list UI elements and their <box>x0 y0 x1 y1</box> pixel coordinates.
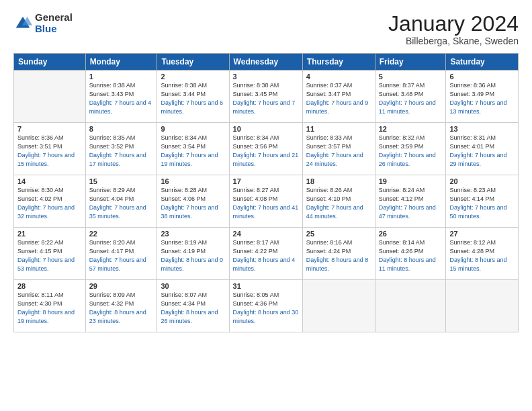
day-number: 22 <box>89 230 154 238</box>
calendar-cell <box>14 71 86 123</box>
day-number: 26 <box>379 230 443 238</box>
calendar-cell: 5Sunrise: 8:37 AMSunset: 3:48 PMDaylight… <box>375 71 446 123</box>
sunrise-text: Sunrise: 8:36 AM <box>449 82 496 89</box>
sunrise-text: Sunrise: 8:32 AM <box>379 134 425 141</box>
day-number: 14 <box>17 177 82 185</box>
daylight-text: Daylight: 7 hours and 57 minutes. <box>89 257 146 272</box>
day-info: Sunrise: 8:26 AMSunset: 4:10 PMDaylight:… <box>306 186 371 221</box>
sunrise-text: Sunrise: 8:38 AM <box>233 82 279 89</box>
calendar-table: SundayMondayTuesdayWednesdayThursdayFrid… <box>13 53 519 332</box>
calendar-cell: 27Sunrise: 8:12 AMSunset: 4:28 PMDayligh… <box>446 228 519 280</box>
sunrise-text: Sunrise: 8:19 AM <box>161 239 207 246</box>
day-number: 10 <box>233 125 299 133</box>
daylight-text: Daylight: 7 hours and 9 minutes. <box>306 99 369 115</box>
sunset-text: Sunset: 4:26 PM <box>379 248 424 255</box>
sunrise-text: Sunrise: 8:14 AM <box>379 239 425 246</box>
daylight-text: Daylight: 8 hours and 0 minutes. <box>161 257 223 272</box>
location: Billeberga, Skane, Sweden <box>388 36 519 46</box>
day-info: Sunrise: 8:07 AMSunset: 4:34 PMDaylight:… <box>161 291 225 326</box>
day-number: 16 <box>161 177 225 185</box>
weekday-header-monday: Monday <box>85 54 157 71</box>
sunrise-text: Sunrise: 8:20 AM <box>89 239 136 246</box>
daylight-text: Daylight: 7 hours and 17 minutes. <box>89 152 146 167</box>
calendar-cell: 14Sunrise: 8:30 AMSunset: 4:02 PMDayligh… <box>14 175 86 228</box>
calendar-cell: 8Sunrise: 8:35 AMSunset: 3:52 PMDaylight… <box>85 123 157 175</box>
sunset-text: Sunset: 4:08 PM <box>233 195 278 202</box>
daylight-text: Daylight: 7 hours and 21 minutes. <box>233 152 299 167</box>
sunset-text: Sunset: 4:17 PM <box>89 248 134 255</box>
day-info: Sunrise: 8:19 AMSunset: 4:19 PMDaylight:… <box>161 238 225 273</box>
sunset-text: Sunset: 4:10 PM <box>306 195 351 202</box>
calendar-cell: 3Sunrise: 8:38 AMSunset: 3:45 PMDaylight… <box>229 71 302 123</box>
sunset-text: Sunset: 3:43 PM <box>89 91 134 97</box>
daylight-text: Daylight: 7 hours and 7 minutes. <box>233 99 296 115</box>
sunrise-text: Sunrise: 8:33 AM <box>306 134 353 141</box>
logo-text: General Blue <box>35 12 73 34</box>
day-number: 21 <box>17 230 82 238</box>
calendar-cell: 23Sunrise: 8:19 AMSunset: 4:19 PMDayligh… <box>157 228 229 280</box>
day-info: Sunrise: 8:34 AMSunset: 3:56 PMDaylight:… <box>233 134 299 169</box>
day-info: Sunrise: 8:20 AMSunset: 4:17 PMDaylight:… <box>89 238 154 273</box>
calendar-cell: 11Sunrise: 8:33 AMSunset: 3:57 PMDayligh… <box>302 123 375 175</box>
daylight-text: Daylight: 8 hours and 15 minutes. <box>449 257 506 272</box>
daylight-text: Daylight: 7 hours and 35 minutes. <box>89 204 146 220</box>
calendar-cell: 13Sunrise: 8:31 AMSunset: 4:01 PMDayligh… <box>446 123 519 175</box>
sunset-text: Sunset: 4:28 PM <box>449 248 494 255</box>
sunset-text: Sunset: 3:59 PM <box>379 143 424 150</box>
sunset-text: Sunset: 4:15 PM <box>17 248 62 255</box>
calendar-cell: 16Sunrise: 8:28 AMSunset: 4:06 PMDayligh… <box>157 175 229 228</box>
day-number: 20 <box>449 177 515 185</box>
day-number: 2 <box>161 73 225 81</box>
day-info: Sunrise: 8:11 AMSunset: 4:30 PMDaylight:… <box>17 291 82 326</box>
daylight-text: Daylight: 8 hours and 8 minutes. <box>306 257 369 272</box>
daylight-text: Daylight: 7 hours and 29 minutes. <box>449 152 506 167</box>
sunset-text: Sunset: 3:52 PM <box>89 143 134 150</box>
day-number: 30 <box>161 282 225 290</box>
day-number: 9 <box>161 125 225 133</box>
sunrise-text: Sunrise: 8:16 AM <box>306 239 353 246</box>
calendar-cell: 25Sunrise: 8:16 AMSunset: 4:24 PMDayligh… <box>302 228 375 280</box>
weekday-header-saturday: Saturday <box>446 54 519 71</box>
sunrise-text: Sunrise: 8:07 AM <box>161 291 207 298</box>
sunset-text: Sunset: 4:02 PM <box>17 195 62 202</box>
sunrise-text: Sunrise: 8:34 AM <box>161 134 207 141</box>
day-info: Sunrise: 8:34 AMSunset: 3:54 PMDaylight:… <box>161 134 225 169</box>
sunset-text: Sunset: 3:51 PM <box>17 143 62 150</box>
day-number: 12 <box>379 125 443 133</box>
sunset-text: Sunset: 4:36 PM <box>233 300 278 307</box>
daylight-text: Daylight: 7 hours and 24 minutes. <box>306 152 363 167</box>
sunset-text: Sunset: 4:30 PM <box>17 300 62 307</box>
calendar-cell: 20Sunrise: 8:23 AMSunset: 4:14 PMDayligh… <box>446 175 519 228</box>
week-row-4: 28Sunrise: 8:11 AMSunset: 4:30 PMDayligh… <box>14 280 519 332</box>
sunset-text: Sunset: 4:19 PM <box>161 248 206 255</box>
weekday-header-sunday: Sunday <box>14 54 86 71</box>
sunset-text: Sunset: 4:32 PM <box>89 300 134 307</box>
day-number: 3 <box>233 73 299 81</box>
daylight-text: Daylight: 7 hours and 44 minutes. <box>306 204 363 220</box>
day-number: 27 <box>449 230 515 238</box>
day-number: 8 <box>89 125 154 133</box>
day-number: 4 <box>306 73 371 81</box>
day-info: Sunrise: 8:35 AMSunset: 3:52 PMDaylight:… <box>89 134 154 169</box>
day-info: Sunrise: 8:31 AMSunset: 4:01 PMDaylight:… <box>449 134 515 169</box>
logo-blue-text: Blue <box>35 24 73 35</box>
sunrise-text: Sunrise: 8:36 AM <box>17 134 64 141</box>
day-info: Sunrise: 8:37 AMSunset: 3:48 PMDaylight:… <box>379 81 443 116</box>
calendar-cell: 17Sunrise: 8:27 AMSunset: 4:08 PMDayligh… <box>229 175 302 228</box>
calendar-cell: 22Sunrise: 8:20 AMSunset: 4:17 PMDayligh… <box>85 228 157 280</box>
day-number: 31 <box>233 282 299 290</box>
page: General Blue January 2024 Billeberga, Sk… <box>0 0 532 411</box>
calendar-cell: 6Sunrise: 8:36 AMSunset: 3:49 PMDaylight… <box>446 71 519 123</box>
day-number: 25 <box>306 230 371 238</box>
sunrise-text: Sunrise: 8:35 AM <box>89 134 136 141</box>
day-info: Sunrise: 8:32 AMSunset: 3:59 PMDaylight:… <box>379 134 443 169</box>
weekday-header-thursday: Thursday <box>302 54 375 71</box>
daylight-text: Daylight: 8 hours and 23 minutes. <box>89 309 146 324</box>
month-title: January 2024 <box>388 12 519 36</box>
sunrise-text: Sunrise: 8:26 AM <box>306 187 353 193</box>
day-info: Sunrise: 8:30 AMSunset: 4:02 PMDaylight:… <box>17 186 82 221</box>
weekday-header-friday: Friday <box>375 54 446 71</box>
calendar-cell <box>302 280 375 332</box>
calendar-cell: 31Sunrise: 8:05 AMSunset: 4:36 PMDayligh… <box>229 280 302 332</box>
day-number: 23 <box>161 230 225 238</box>
